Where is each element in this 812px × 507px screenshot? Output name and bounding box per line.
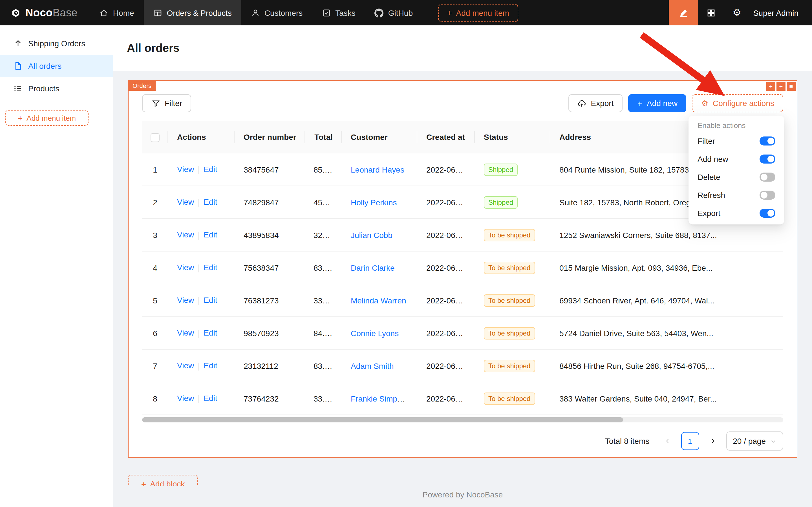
list-icon (13, 84, 22, 93)
status-cell: Shipped (475, 153, 550, 186)
customer-link[interactable]: Frankie Simpson (351, 394, 410, 403)
nav-item-customers[interactable]: Customers (241, 0, 312, 25)
created-at-cell: 2022-06-29 (417, 317, 475, 349)
nav-item-tasks[interactable]: Tasks (312, 0, 365, 25)
column-header-total[interactable]: Total (304, 121, 342, 153)
actions-cell: ViewEdit (168, 219, 235, 251)
switch-knob (767, 156, 774, 162)
column-header-customer[interactable]: Customer (342, 121, 417, 153)
view-link[interactable]: View (177, 361, 194, 370)
actions-cell: ViewEdit (168, 251, 235, 284)
customer-cell: Leonard Hayes (342, 153, 417, 186)
edit-link[interactable]: Edit (204, 296, 217, 305)
status-cell: To be shipped (475, 251, 550, 284)
plugins-grid-icon[interactable] (698, 0, 724, 25)
total-cell: 83.00 (304, 349, 342, 382)
sidebar-item-products[interactable]: Products (0, 77, 113, 100)
customer-link[interactable]: Darin Clarke (351, 263, 395, 272)
nav-item-label: GitHub (388, 8, 413, 17)
nocobase-logo[interactable]: NocoBase (0, 6, 90, 19)
page-1-button[interactable]: 1 (681, 432, 699, 450)
block-add-column-icon[interactable]: + (766, 82, 775, 91)
status-tag: To be shipped (484, 294, 535, 306)
sidebar-add-menu-item-button[interactable]: + Add menu item (5, 110, 89, 126)
settings-gear-icon[interactable]: ⚙ (724, 0, 750, 25)
prev-page-button[interactable] (658, 432, 676, 450)
pagination-total: Total 8 items (605, 437, 649, 446)
filter-toggle[interactable] (760, 136, 775, 146)
export-button[interactable]: Export (568, 94, 623, 112)
user-name[interactable]: Super Admin (753, 8, 799, 17)
customer-link[interactable]: Holly Perkins (351, 198, 397, 207)
chevron-right-icon (708, 437, 717, 446)
sidebar-menu: Shipping OrdersAll ordersProducts (0, 32, 113, 100)
edit-link[interactable]: Edit (204, 230, 217, 239)
view-link[interactable]: View (177, 296, 194, 305)
delete-toggle[interactable] (760, 173, 775, 182)
actions-cell: ViewEdit (168, 382, 235, 415)
view-link[interactable]: View (177, 394, 194, 403)
view-link[interactable]: View (177, 230, 194, 239)
configure-actions-button[interactable]: ⚙ Configure actions (692, 94, 783, 112)
enable-action-filter[interactable]: Filter (691, 132, 782, 150)
select-all-checkbox[interactable] (151, 133, 160, 142)
top-navbar: NocoBase HomeOrders & ProductsCustomersT… (0, 0, 812, 25)
edit-link[interactable]: Edit (204, 198, 217, 207)
enable-action-export[interactable]: Export (691, 204, 782, 222)
filter-funnel-icon (151, 99, 160, 108)
column-header-created-at[interactable]: Created at (417, 121, 475, 153)
nav-item-github[interactable]: GitHub (365, 0, 422, 25)
github-icon (375, 8, 384, 17)
sidebar-item-label: Products (28, 84, 59, 93)
sidebar-item-shipping-orders[interactable]: Shipping Orders (0, 32, 113, 55)
export-toggle[interactable] (760, 209, 775, 218)
customer-link[interactable]: Adam Smith (351, 361, 394, 370)
address-cell: 5724 Daniel Drive, Suite 563, 54403, Wen… (550, 317, 783, 349)
home-icon (100, 8, 109, 17)
nav-item-home[interactable]: Home (90, 0, 144, 25)
filter-button[interactable]: Filter (142, 94, 191, 112)
block-add-action-icon[interactable]: + (776, 82, 786, 91)
sidebar-item-label: Shipping Orders (28, 39, 85, 48)
customer-link[interactable]: Leonard Hayes (351, 165, 404, 174)
customer-link[interactable]: Julian Cobb (351, 230, 393, 239)
column-header-order-number[interactable]: Order number (235, 121, 304, 153)
view-link[interactable]: View (177, 165, 194, 174)
row-index-cell: 5 (142, 284, 168, 317)
enable-action-refresh[interactable]: Refresh (691, 186, 782, 204)
customer-cell: Darin Clarke (342, 251, 417, 284)
edit-link[interactable]: Edit (204, 394, 217, 403)
main-area: All orders Orders + + ≡ (113, 25, 812, 507)
status-tag: To be shipped (484, 229, 535, 241)
horizontal-scrollbar[interactable] (142, 417, 623, 422)
customer-link[interactable]: Melinda Warren (351, 296, 406, 305)
customer-link[interactable]: Connie Lyons (351, 329, 399, 338)
add-block-clip: + Add block (128, 475, 198, 486)
sidebar-item-all-orders[interactable]: All orders (0, 55, 113, 77)
edit-link[interactable]: Edit (204, 361, 217, 370)
add-new-button[interactable]: + Add new (628, 94, 687, 112)
view-link[interactable]: View (177, 198, 194, 207)
nav-item-orders-products[interactable]: Orders & Products (144, 0, 241, 25)
ui-editor-toggle-button[interactable] (669, 0, 698, 25)
view-link[interactable]: View (177, 329, 194, 338)
edit-link[interactable]: Edit (204, 329, 217, 338)
edit-link[interactable]: Edit (204, 263, 217, 272)
column-header-status[interactable]: Status (475, 121, 550, 153)
page-size-select[interactable]: 20 / page (726, 432, 783, 451)
plus-icon: + (141, 480, 146, 486)
add-new-toggle[interactable] (760, 155, 775, 164)
view-link[interactable]: View (177, 263, 194, 272)
refresh-toggle[interactable] (760, 190, 775, 200)
edit-link[interactable]: Edit (204, 165, 217, 174)
next-page-button[interactable] (703, 432, 721, 450)
enable-action-add-new[interactable]: Add new (691, 150, 782, 168)
add-block-button[interactable]: + Add block (128, 475, 198, 486)
column-header-actions[interactable]: Actions (168, 121, 235, 153)
enable-action-delete[interactable]: Delete (691, 168, 782, 186)
highlighter-pen-icon (679, 8, 688, 17)
table-row: 3ViewEdit43895834321.00Julian Cobb2022-0… (142, 219, 783, 251)
navbar-add-menu-item-button[interactable]: + Add menu item (438, 4, 518, 22)
block-menu-icon[interactable]: ≡ (787, 82, 796, 91)
status-tag: Shipped (484, 196, 518, 208)
